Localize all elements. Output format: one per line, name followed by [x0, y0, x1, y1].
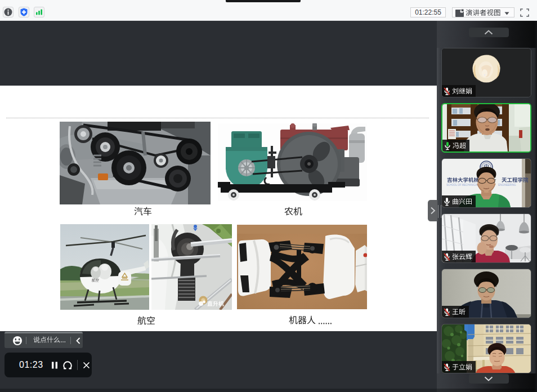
- svg-text:ENGINEERING: ENGINEERING: [498, 184, 516, 186]
- svg-text:SCHOOL OF MECHANICAL: SCHOOL OF MECHANICAL: [446, 184, 479, 186]
